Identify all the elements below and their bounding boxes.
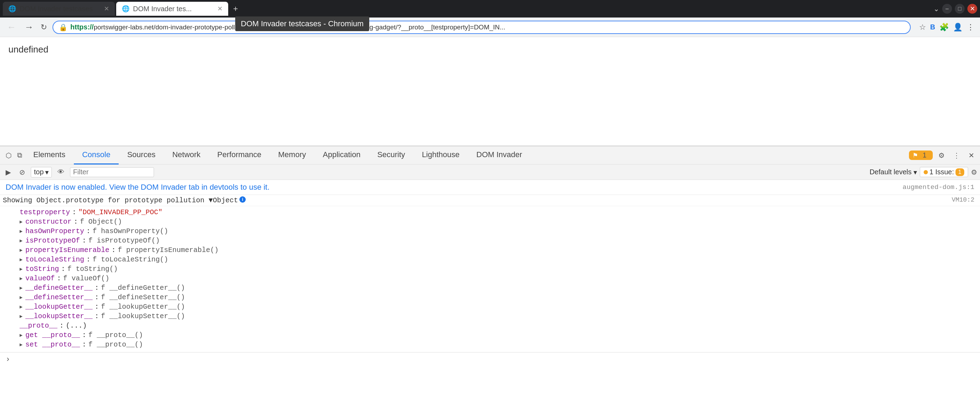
prop-value-tostring: f toString()	[67, 265, 118, 273]
chrome-titlebar: 🌐 DOM Invader testcases ✕ 🌐 DOM Invader …	[0, 0, 980, 18]
prop-key-definesetter: __defineSetter__	[25, 293, 92, 301]
prop-value-get-proto: f __proto__()	[88, 331, 143, 339]
property-definesetter: ▶ __defineSetter__ : f __defineSetter__(…	[6, 293, 974, 302]
console-filter-input[interactable]	[70, 167, 154, 177]
tab-sources[interactable]: Sources	[119, 146, 164, 164]
issues-counter[interactable]: 1 Issue: 1	[920, 167, 968, 177]
new-tab-button[interactable]: +	[230, 2, 242, 15]
console-log-line: Showing Object.prototype for prototype p…	[0, 195, 980, 206]
log-levels-selector[interactable]: Default levels ▾	[869, 168, 917, 177]
prop-value-constructor: f Object()	[80, 218, 122, 226]
prop-value-hasownproperty: f hasOwnProperty()	[92, 227, 168, 235]
reload-button[interactable]: ↻	[41, 23, 47, 32]
prop-value-lookupsetter: f __lookupSetter__()	[101, 312, 185, 320]
tab2-close-icon[interactable]: ✕	[217, 5, 223, 13]
devtools-close-icon[interactable]: ✕	[966, 150, 977, 161]
prop-arrow-get-proto[interactable]: ▶	[20, 332, 22, 338]
devtools-cursor-icon[interactable]: ⬡	[3, 151, 14, 160]
memory-tab-label: Memory	[278, 150, 306, 159]
default-levels-label: Default levels	[869, 168, 912, 176]
tab-security[interactable]: Security	[369, 146, 414, 164]
tab1-close-icon[interactable]: ✕	[104, 5, 109, 13]
issues-dot-icon	[924, 170, 928, 174]
issues-badge[interactable]: ⚑ 1	[909, 151, 933, 160]
tab2-favicon: 🌐	[122, 5, 129, 13]
property-tolocalestring: ▶ toLocaleString : f toLocaleString()	[6, 255, 974, 264]
tab-network[interactable]: Network	[164, 146, 209, 164]
chrome-dropdown-icon[interactable]: ⌄	[934, 5, 939, 13]
devtools-console-toolbar: ▶ ⊘ top ▾ 👁 Default levels ▾ 1 Issue: 1 …	[0, 164, 980, 180]
devtools-layers-icon[interactable]: ⧉	[14, 151, 25, 159]
tab-memory[interactable]: Memory	[270, 146, 314, 164]
tab2-title: DOM Invader tes...	[133, 5, 192, 13]
devtools-settings-icon[interactable]: ⚙	[935, 150, 947, 161]
prop-key-hasownproperty: hasOwnProperty	[25, 227, 84, 235]
tab-console[interactable]: Console	[74, 146, 119, 164]
bookmark-icon[interactable]: ☆	[919, 23, 926, 32]
prop-arrow-hasownproperty[interactable]: ▶	[20, 228, 22, 234]
tab-application[interactable]: Application	[314, 146, 369, 164]
console-tab-label: Console	[82, 150, 111, 159]
prop-value-definegetter: f __defineGetter__()	[101, 284, 185, 292]
address-bar: ← → ↻ 🔒 https://portswigger-labs.net/dom…	[0, 18, 980, 37]
property-get-proto: ▶ get __proto__ : f __proto__()	[6, 330, 974, 340]
person-icon[interactable]: 👤	[953, 23, 963, 32]
console-settings-icon[interactable]: ⚙	[971, 168, 977, 177]
extension-b-icon[interactable]: B	[930, 23, 935, 31]
object-info-icon[interactable]: i	[239, 196, 246, 203]
maximize-button[interactable]: □	[955, 4, 965, 14]
console-output: DOM Invader is now enabled. View the DOM…	[0, 180, 980, 405]
prop-value-lookupgetter: f __lookupGetter__()	[101, 303, 185, 311]
property-constructor: ▶ constructor : f Object()	[6, 217, 974, 226]
tab-1[interactable]: 🌐 DOM Invader testcases ✕	[3, 2, 115, 16]
prop-value-propertyisenumerable: f propertyIsEnumerable()	[118, 246, 219, 254]
security-tab-label: Security	[377, 150, 405, 159]
tab-elements[interactable]: Elements	[25, 146, 74, 164]
extensions-icon[interactable]: 🧩	[939, 23, 949, 32]
prop-arrow-set-proto[interactable]: ▶	[20, 342, 22, 348]
prop-value-set-proto: f __proto__()	[88, 340, 143, 348]
minimize-button[interactable]: –	[942, 4, 952, 14]
prop-arrow-lookupsetter[interactable]: ▶	[20, 313, 22, 319]
property-set-proto: ▶ set __proto__ : f __proto__()	[6, 340, 974, 349]
menu-icon[interactable]: ⋮	[967, 23, 974, 32]
devtools-panel: ⬡ ⧉ Elements Console Sources Network Per…	[0, 146, 980, 405]
prop-arrow-lookupgetter[interactable]: ▶	[20, 304, 22, 310]
prop-value-testproperty: "DOM_INVADER_PP_POC"	[78, 208, 162, 216]
prop-arrow-isprototypeof[interactable]: ▶	[20, 238, 22, 243]
console-log-left: Showing Object.prototype for prototype p…	[3, 196, 246, 204]
dom-invader-tab-label: DOM Invader	[476, 150, 522, 159]
window-close-button[interactable]: ✕	[967, 4, 977, 14]
prop-arrow-definesetter[interactable]: ▶	[20, 294, 22, 300]
prop-arrow-constructor[interactable]: ▶	[20, 219, 22, 225]
url-text: https://portswigger-labs.net/dom-invader…	[70, 23, 904, 31]
prop-key-propertyisenumerable: propertyIsEnumerable	[25, 246, 109, 254]
context-chevron-icon: ▾	[45, 168, 49, 177]
property-proto: __proto__ : (...)	[6, 321, 974, 330]
back-button[interactable]: ←	[6, 20, 18, 34]
url-bar[interactable]: 🔒 https://portswigger-labs.net/dom-invad…	[52, 21, 911, 34]
tab-dom-invader[interactable]: DOM Invader	[468, 146, 531, 164]
log-line-link[interactable]: VM10:2	[951, 196, 974, 204]
tab-performance[interactable]: Performance	[209, 146, 270, 164]
prop-key-valueof: valueOf	[25, 274, 55, 282]
tab-lighthouse[interactable]: Lighthouse	[414, 146, 468, 164]
prop-arrow-definegetter[interactable]: ▶	[20, 285, 22, 291]
prop-arrow-tolocalestring[interactable]: ▶	[20, 256, 22, 262]
prop-value-isprototypeof: f isPrototypeOf()	[88, 237, 160, 245]
tab-2[interactable]: 🌐 DOM Invader tes... ✕ DOM Invader testc…	[116, 2, 228, 16]
forward-button[interactable]: →	[23, 20, 35, 34]
property-testproperty: testproperty : "DOM_INVADER_PP_POC"	[6, 208, 974, 217]
prop-arrow-propertyisenumerable[interactable]: ▶	[20, 247, 22, 253]
info-message-link[interactable]: augmented-dom.js:1	[903, 183, 974, 191]
eye-button[interactable]: 👁	[55, 167, 67, 177]
execute-button[interactable]: ▶	[3, 167, 14, 178]
elements-tab-label: Elements	[33, 150, 65, 159]
devtools-more-icon[interactable]: ⋮	[950, 150, 963, 161]
context-selector[interactable]: top ▾	[31, 167, 52, 177]
clear-button[interactable]: ⊘	[16, 167, 28, 178]
prop-arrow-valueof[interactable]: ▶	[20, 275, 22, 282]
prop-arrow-tostring[interactable]: ▶	[20, 266, 22, 272]
console-input-area[interactable]: ›	[0, 352, 980, 367]
sources-tab-label: Sources	[127, 150, 155, 159]
